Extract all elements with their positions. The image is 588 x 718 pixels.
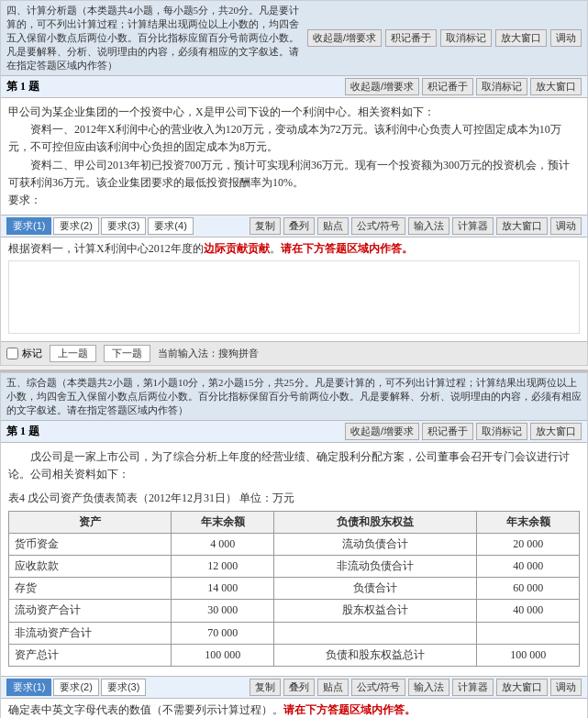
q1-input[interactable]: 输入法 [408, 217, 449, 235]
q1-instruction: 请在下方答题区域内作答。 [281, 242, 413, 255]
q2-answer-prompt: 确定表中英文字母代表的数值（不需要列示计算过程）。请在下方答题区域内作答。 [8, 702, 580, 718]
q2-copy[interactable]: 复制 [250, 679, 281, 696]
mark-btn-1[interactable]: 积记番于 [385, 29, 437, 47]
move-btn-1[interactable]: 调动 [550, 29, 582, 47]
q2-req-tab-2[interactable]: 要求(2) [53, 679, 98, 696]
req-tab-1[interactable]: 要求(1) [6, 217, 51, 235]
section-calculation-header: 四、计算分析题（本类题共4小题，每小题5分，共20分。凡是要计算的，可不列出计算… [1, 1, 587, 76]
table-row: 流动资产合计 30 000 股东权益合计 40 000 [9, 600, 580, 622]
q1-mark-label: 标记 [22, 347, 42, 360]
section-calculation: 四、计算分析题（本类题共4小题，每小题5分，共20分。凡是要计算的，可不列出计算… [0, 0, 588, 366]
q1-zoom[interactable]: 放大窗口 [530, 78, 582, 95]
q2-header-toolbar: 收起题/增要求 积记番于 取消标记 放大窗口 [345, 423, 582, 440]
section-comprehensive-title: 五、综合题（本类题共2小题，第1小题10分，第2小题15分，共25分。凡是要计算… [6, 376, 582, 417]
q1-move[interactable]: 调动 [550, 217, 582, 235]
table-row: 资产总计 100 000 负债和股东权益总计 100 000 [9, 644, 580, 666]
req-tab-4[interactable]: 要求(4) [148, 217, 193, 235]
q1-text: 甲公司为某企业集团的一个投资中心，X是甲公司下设的一个利润中心。相关资料如下： [8, 104, 580, 121]
q1-require: 要求： [8, 192, 580, 209]
q2-calc[interactable]: 计算器 [452, 679, 494, 696]
q2-req-tab-3[interactable]: 要求(3) [101, 679, 146, 696]
q1-req-tabs: 要求(1) 要求(2) 要求(3) 要求(4) [6, 217, 194, 235]
cell-val-4: 30 000 [172, 600, 274, 622]
section-calculation-title: 四、计算分析题（本类题共4小题，每小题5分，共20分。凡是要计算的，可不列出计算… [6, 4, 307, 72]
section-comprehensive-header: 五、综合题（本类题共2小题，第1小题10分，第2小题15分，共25分。凡是要计算… [1, 373, 587, 421]
cell-liab-1: 流动负债合计 [274, 533, 477, 555]
q2-req-toolbar: 复制 叠列 贴点 公式/符号 输入法 计算器 放大窗口 调动 [250, 679, 582, 696]
cell-lval-6: 100 000 [477, 644, 580, 666]
cell-liab-2: 非流动负债合计 [274, 556, 477, 578]
q1-mark-checkbox[interactable] [6, 348, 18, 359]
q2-zoomin[interactable]: 放大窗口 [496, 679, 548, 696]
cell-liab-6: 负债和股东权益总计 [274, 644, 477, 666]
q2-mark[interactable]: 积记番于 [422, 423, 473, 440]
q1-mark-check: 标记 [6, 347, 42, 360]
collapse-btn-1[interactable]: 收起题/增要求 [307, 29, 382, 47]
cell-lval-5 [477, 622, 580, 644]
q2-input[interactable]: 输入法 [408, 679, 449, 696]
cell-asset-3: 存货 [9, 578, 172, 600]
cell-asset-2: 应收款款 [9, 556, 172, 578]
q2-content: 戊公司是一家上市公司，为了综合分析上年度的经营业绩、确定股利分配方案，公司董事会… [1, 443, 587, 676]
table-row: 货币资金 4 000 流动负债合计 20 000 [9, 533, 580, 555]
q2-move[interactable]: 调动 [550, 679, 582, 696]
q1-calc[interactable]: 计算器 [452, 217, 494, 235]
cell-val-5: 70 000 [172, 622, 274, 644]
q1-paste[interactable]: 叠列 [283, 217, 315, 235]
cell-lval-3: 60 000 [477, 578, 580, 600]
col-assets: 资产 [9, 511, 172, 533]
cell-liab-5 [274, 622, 477, 644]
q2-label: 第 1 题 [6, 424, 39, 439]
q1-next-btn[interactable]: 下一题 [104, 345, 150, 362]
q1-input-method: 当前输入法：搜狗拼音 [158, 347, 259, 360]
q2-zoom[interactable]: 放大窗口 [530, 423, 582, 440]
cell-lval-1: 20 000 [477, 533, 580, 555]
q2-collapse[interactable]: 收起题/增要求 [345, 423, 419, 440]
cell-liab-3: 负债合计 [274, 578, 477, 600]
q1-zoomin[interactable]: 放大窗口 [496, 217, 548, 235]
req-tab-3[interactable]: 要求(3) [101, 217, 146, 235]
cell-asset-1: 货币资金 [9, 533, 172, 555]
balance-sheet-table: 资产 年末余额 负债和股东权益 年末余额 货币资金 4 000 流动负债合计 2… [8, 511, 580, 667]
q1-unmark[interactable]: 取消标记 [476, 78, 527, 95]
q1-formula[interactable]: 贴点 [317, 217, 349, 235]
q2-intro: 戊公司是一家上市公司，为了综合分析上年度的经营业绩、确定股利分配方案，公司董事会… [8, 448, 580, 483]
q1-nav: 标记 上一题 下一题 当前输入法：搜狗拼音 [1, 341, 587, 365]
col-liabilities: 负债和股东权益 [274, 511, 477, 533]
q1-material1: 资料一、2012年X利润中心的营业收入为120万元，变动成本为72万元。该利润中… [8, 121, 580, 156]
col-year-end-2: 年末余额 [477, 511, 580, 533]
col-year-end-1: 年末余额 [172, 511, 274, 533]
q2-req-tab-1[interactable]: 要求(1) [6, 679, 51, 696]
q1-answer-area: 根据资料一，计算X利润中心2012年度的边际贡献贡献。请在下方答题区域内作答。 [1, 237, 587, 341]
section-comprehensive: 五、综合题（本类题共2小题，第1小题10分，第2小题15分，共25分。凡是要计算… [0, 372, 588, 718]
unmark-btn-1[interactable]: 取消标记 [440, 29, 492, 47]
cell-asset-6: 资产总计 [9, 644, 172, 666]
q2-symbol[interactable]: 公式/符号 [351, 679, 405, 696]
q1-collapse[interactable]: 收起题/增要求 [345, 78, 419, 95]
cell-liab-4: 股东权益合计 [274, 600, 477, 622]
cell-val-1: 4 000 [172, 533, 274, 555]
q2-req-tabs: 要求(1) 要求(2) 要求(3) [6, 679, 146, 696]
q2-paste[interactable]: 叠列 [283, 679, 315, 696]
q2-formula[interactable]: 贴点 [317, 679, 349, 696]
cell-lval-4: 40 000 [477, 600, 580, 622]
req-tab-2[interactable]: 要求(2) [53, 217, 98, 235]
q1-answer-input[interactable] [8, 260, 580, 334]
cell-asset-4: 流动资产合计 [9, 600, 172, 622]
q2-unmark[interactable]: 取消标记 [476, 423, 527, 440]
q1-highlight: 边际贡献贡献 [204, 242, 270, 255]
q1-header-toolbar: 收起题/增要求 积记番于 取消标记 放大窗口 [345, 78, 582, 95]
q1-mark[interactable]: 积记番于 [422, 78, 473, 95]
cell-val-2: 12 000 [172, 556, 274, 578]
q1-copy[interactable]: 复制 [250, 217, 281, 235]
table-row: 非流动资产合计 70 000 [9, 622, 580, 644]
cell-val-3: 14 000 [172, 578, 274, 600]
q1-label: 第 1 题 [6, 79, 39, 94]
table-row: 存货 14 000 负债合计 60 000 [9, 578, 580, 600]
q1-symbol[interactable]: 公式/符号 [351, 217, 405, 235]
q2-table-title: 表4 戊公司资产负债表简表（2012年12月31日） 单位：万元 [8, 490, 580, 507]
q1-prev-btn[interactable]: 上一题 [50, 345, 96, 362]
q2-instruction: 请在下方答题区域内作答。 [283, 703, 416, 716]
q2-req-bar: 要求(1) 要求(2) 要求(3) 复制 叠列 贴点 公式/符号 输入法 计算器… [1, 676, 587, 699]
zoom-btn-1[interactable]: 放大窗口 [495, 29, 547, 47]
